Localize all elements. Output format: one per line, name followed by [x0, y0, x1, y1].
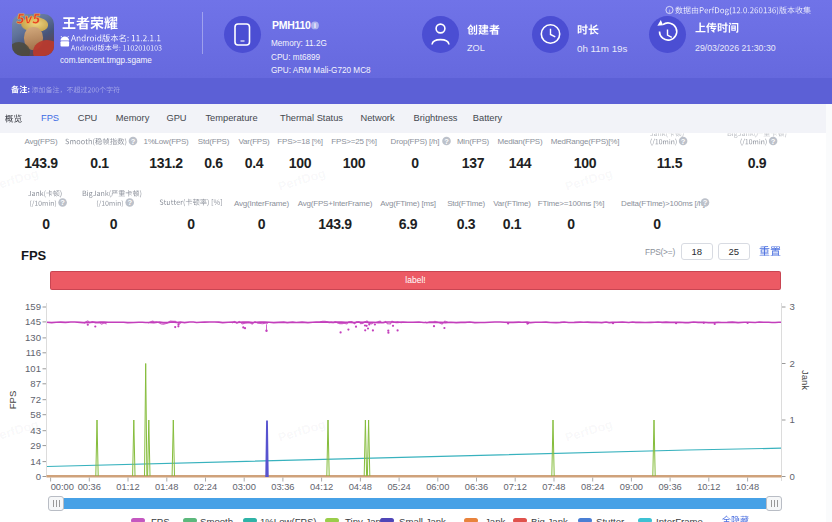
svg-text:?: ?	[703, 198, 708, 207]
svg-text:?: ?	[131, 137, 136, 146]
svg-text:?: ?	[771, 137, 776, 146]
svg-text:?: ?	[60, 198, 65, 207]
svg-text:i: i	[669, 8, 670, 14]
svg-text:?: ?	[127, 198, 132, 207]
svg-text:i: i	[314, 22, 316, 29]
svg-text:?: ?	[444, 137, 449, 146]
svg-text:?: ?	[681, 137, 686, 146]
